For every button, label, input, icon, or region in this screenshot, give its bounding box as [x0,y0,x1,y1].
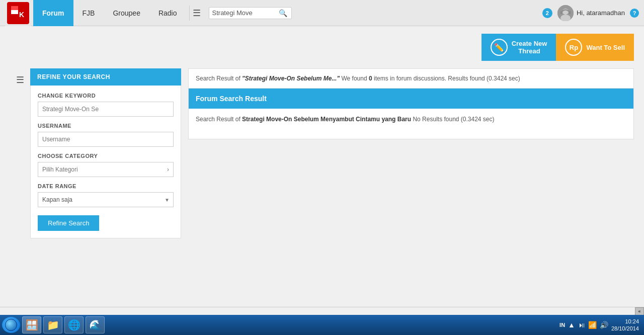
search-button[interactable]: 🔍 [278,9,288,17]
pencil-icon: ✏️ [491,39,508,56]
search-input[interactable] [212,9,278,17]
want-to-sell-label: Want To Sell [586,44,625,51]
username-input[interactable] [38,132,174,147]
keyword-input[interactable] [38,102,174,117]
help-icon[interactable]: ? [630,9,639,18]
logo-image[interactable]: K [7,2,29,24]
sidebar-icon-area: ☰ [10,68,30,238]
result-prefix: Search Result of [196,116,242,123]
summary-prefix: Search Result of [196,75,242,82]
list-view-icon[interactable]: ☰ [16,74,24,86]
search-area: 🔍 [209,7,292,19]
change-keyword-label: CHANGE KEYWORD [38,93,174,99]
result-area: Search Result of "Strategi Move-On Sebel… [181,68,634,238]
summary-keyword: "Strategi Move-On Sebelum Me..." [242,75,340,82]
svg-rect-2 [11,10,18,14]
user-info: Hi, ataramadhan ? [557,5,639,21]
category-select[interactable]: Pilih Kategori › [38,162,174,177]
svg-rect-1 [11,6,18,10]
category-arrow-icon: › [167,166,169,173]
logo: K [5,0,31,26]
user-greeting: Hi, ataramadhan [577,9,625,17]
main-content: ☰ REFINE YOUR SEARCH CHANGE KEYWORD USER… [0,68,644,248]
result-panel: Forum Search Result Search Result of Str… [188,89,634,139]
result-suffix: No Results found (0.3424 sec) [411,116,494,123]
result-panel-body: Search Result of Strategi Move-On Sebelu… [189,109,633,139]
summary-middle: We found [340,75,369,82]
date-range-label: DATE RANGE [38,183,174,189]
svg-rect-8 [569,11,571,14]
rp-icon: Rp [565,39,582,56]
nav-item-forum[interactable]: Forum [33,0,73,26]
date-range-select[interactable]: Kapan saja Hari ini Minggu ini Bulan ini [38,192,174,207]
nav-item-groupee[interactable]: Groupee [104,0,149,26]
nav-divider [189,6,190,21]
result-keyword: Strategi Move-On Sebelum Menyambut Cinta… [242,116,411,123]
create-thread-button[interactable]: ✏️ Create New Thread [481,34,556,61]
svg-text:K: K [19,11,24,19]
username-label: USERNAME [38,123,174,129]
refine-search-panel: REFINE YOUR SEARCH CHANGE KEYWORD USERNA… [30,68,181,238]
notification-badge[interactable]: 2 [542,8,552,18]
create-thread-label: Create New Thread [512,40,547,55]
navbar: K Forum FJB Groupee Radio ☰ 🔍 2 Hi, atar [0,0,644,26]
nav-item-radio[interactable]: Radio [149,0,186,26]
summary-suffix: items in forum discussions. Results foun… [372,75,520,82]
nav-item-fjb[interactable]: FJB [73,0,104,26]
date-range-wrapper: Kapan saja Hari ini Minggu ini Bulan ini [38,192,174,207]
category-placeholder: Pilih Kategori [42,166,78,173]
action-bar: ✏️ Create New Thread Rp Want To Sell [0,26,644,68]
refine-search-header: REFINE YOUR SEARCH [30,68,181,86]
result-panel-header: Forum Search Result [189,89,633,109]
user-avatar [557,5,574,21]
want-to-sell-button[interactable]: Rp Want To Sell [556,34,634,61]
refine-search-body: CHANGE KEYWORD USERNAME CHOOSE CATEGORY … [30,86,181,238]
refine-search-button[interactable]: Refine Search [38,215,99,231]
svg-rect-7 [560,11,562,14]
hamburger-icon[interactable]: ☰ [193,8,201,19]
choose-category-label: CHOOSE CATEGORY [38,153,174,159]
result-summary: Search Result of "Strategi Move-On Sebel… [188,68,634,89]
summary-count: 0 [369,75,372,82]
